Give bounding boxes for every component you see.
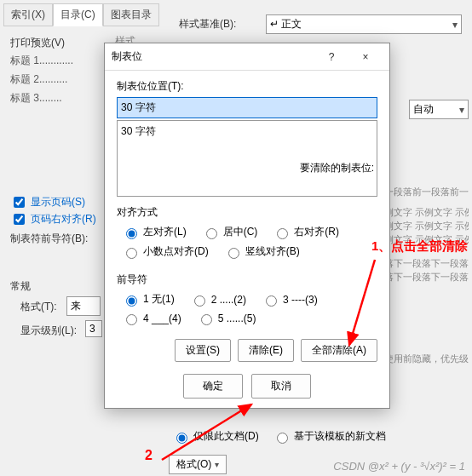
align-group: 对齐方式 左对齐(L) 居中(C) 右对齐(R) 小数点对齐(D) 竖线对齐(B…: [117, 205, 377, 264]
align-bar-radio[interactable]: 竖线对齐(B): [224, 244, 300, 259]
format-label: 格式(T):: [20, 300, 57, 314]
clear-button[interactable]: 清除(E): [238, 339, 294, 362]
leader-4-radio[interactable]: 4 ___(4): [122, 312, 181, 325]
tab-figures[interactable]: 图表目录: [103, 3, 159, 26]
tab-pos-input[interactable]: 30 字符: [117, 97, 377, 118]
doc-only-radio[interactable]: 仅限此文档(D): [172, 429, 259, 444]
titlebar: 制表位 ? ×: [105, 43, 389, 71]
annotation-1: 1、点击全部清除: [371, 238, 468, 255]
print-preview-label: 打印预览(V): [10, 36, 65, 50]
style-base-select[interactable]: ↵ 正文: [266, 14, 462, 34]
set-button[interactable]: 设置(S): [175, 339, 231, 362]
right-align-check[interactable]: 页码右对齐(R): [10, 211, 96, 227]
leader-title: 前导符: [117, 272, 377, 287]
annotation-2: 2: [145, 448, 153, 463]
tab-toc[interactable]: 目录(C): [53, 3, 103, 26]
show-pages-check[interactable]: 显示页码(S): [10, 194, 85, 210]
clear-label: 要清除的制表位:: [300, 161, 374, 175]
template-radio[interactable]: 基于该模板的新文档: [273, 429, 386, 444]
format-dropdown-btn[interactable]: 格式(O): [169, 455, 227, 474]
style-base-label: 样式基准(B):: [179, 17, 236, 32]
action-buttons: 设置(S) 清除(E) 全部清除(A): [117, 339, 377, 362]
dialog-title: 制表位: [112, 49, 314, 64]
leader-5-radio[interactable]: 5 ......(5): [197, 312, 256, 325]
leader-label: 制表符前导符(B):: [10, 232, 88, 246]
leader-group: 前导符 1 无(1) 2 .....(2) 3 ----(3) 4 ___(4)…: [117, 272, 377, 330]
align-center-radio[interactable]: 居中(C): [202, 225, 258, 239]
help-button[interactable]: ?: [314, 51, 348, 63]
tab-pos-list[interactable]: 30 字符: [117, 120, 377, 197]
align-decimal-radio[interactable]: 小数点对齐(D): [122, 244, 209, 259]
list-item[interactable]: 30 字符: [121, 124, 373, 139]
align-left-radio[interactable]: 左对齐(L): [122, 225, 187, 239]
format-value[interactable]: 来: [66, 296, 101, 316]
leader-2-radio[interactable]: 2 .....(2): [190, 292, 246, 307]
auto-dropdown[interactable]: 自动: [409, 100, 469, 119]
tab-stops-dialog: 制表位 ? × 制表位位置(T): 30 字符 30 字符 要清除的制表位: 对…: [104, 43, 390, 409]
leader-3-radio[interactable]: 3 ----(3): [262, 292, 318, 307]
align-right-radio[interactable]: 右对齐(R): [273, 225, 339, 239]
tab-pos-label: 制表位位置(T):: [117, 79, 377, 94]
dialog-body: 制表位位置(T): 30 字符 30 字符 要清除的制表位: 对齐方式 左对齐(…: [105, 71, 389, 408]
tab-index[interactable]: 索引(X): [3, 3, 53, 26]
level-label: 显示级别(L):: [20, 324, 77, 338]
clear-all-button[interactable]: 全部清除(A): [301, 339, 377, 362]
level-value[interactable]: 3: [85, 320, 102, 337]
leader-1-radio[interactable]: 1 无(1): [122, 292, 175, 307]
cancel-button[interactable]: 取消: [251, 374, 311, 399]
ok-cancel-row: 确定 取消: [117, 374, 377, 399]
tab-row: 索引(X) 目录(C) 图表目录: [3, 3, 159, 26]
watermark: CSDN @x² + (y - ³√x²)² = 1: [333, 460, 465, 473]
align-title: 对齐方式: [117, 205, 377, 220]
close-button[interactable]: ×: [348, 51, 383, 63]
general-section: 常规: [10, 279, 31, 294]
ok-button[interactable]: 确定: [183, 374, 243, 399]
